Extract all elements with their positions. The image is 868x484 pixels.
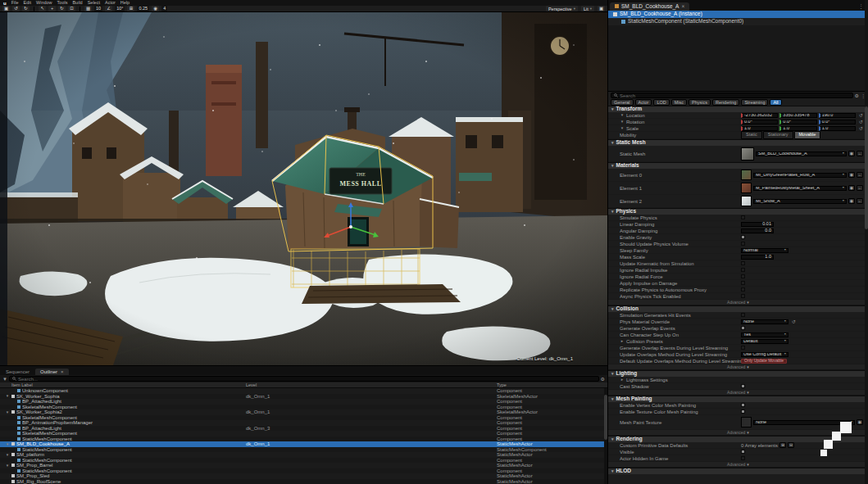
material-dropdown[interactable]: MI_DirtyGreenPlates_Rust_A▾ xyxy=(753,173,847,178)
grid-snap-icon[interactable]: ▦ xyxy=(84,6,92,11)
expander-icon[interactable]: ▾ xyxy=(5,464,10,468)
section-collision[interactable]: ▾Collision xyxy=(608,305,868,312)
details-search-input[interactable] xyxy=(611,93,853,98)
rotation-z-field[interactable]: 0.0° xyxy=(819,120,856,124)
checkbox[interactable] xyxy=(741,326,745,330)
checkbox[interactable] xyxy=(741,215,745,219)
material-thumbnail[interactable] xyxy=(741,183,752,193)
reset-icon[interactable]: ↺ xyxy=(859,126,863,131)
expander-icon[interactable]: ▾ xyxy=(5,410,10,414)
checkbox[interactable] xyxy=(741,287,745,292)
advanced-expander[interactable]: Advanced▾ xyxy=(608,364,868,370)
tab-sequencer[interactable]: Sequencer xyxy=(2,369,34,375)
location-y-field[interactable]: 3350.335478 xyxy=(779,113,816,118)
filter-funnel-icon[interactable]: ▼ xyxy=(2,377,7,382)
details-scrollbar[interactable] xyxy=(865,0,868,484)
checkbox[interactable] xyxy=(741,450,745,454)
move-tool-icon[interactable]: + xyxy=(48,6,56,11)
dropdown[interactable]: Yes▾ xyxy=(741,332,788,337)
advanced-expander[interactable]: Advanced▾ xyxy=(608,462,868,468)
location-x-field[interactable]: -2730.362032 xyxy=(741,113,778,118)
rotation-x-field[interactable]: 0.0° xyxy=(741,120,778,124)
use-selected-asset-icon[interactable]: ← xyxy=(857,172,863,178)
mobility-static[interactable]: Static xyxy=(741,131,762,139)
expander-icon[interactable]: ▾ xyxy=(5,453,10,457)
outliner-search-field[interactable] xyxy=(18,377,596,382)
checkbox[interactable] xyxy=(741,384,745,388)
rotation-snap-value[interactable]: 10° xyxy=(115,6,125,11)
checkbox[interactable] xyxy=(741,313,745,317)
dropdown[interactable]: Normal▾ xyxy=(741,248,788,253)
browse-to-asset-icon[interactable]: ◉ xyxy=(848,198,855,204)
filter-streaming[interactable]: Streaming xyxy=(741,99,768,106)
column-type[interactable]: Type xyxy=(497,382,607,387)
reset-icon[interactable]: ↺ xyxy=(859,113,863,118)
undo-button[interactable]: ↺ xyxy=(12,6,20,11)
texture-thumbnail[interactable] xyxy=(741,417,752,427)
advanced-expander[interactable]: Advanced▾ xyxy=(608,390,868,396)
close-icon[interactable]: × xyxy=(61,369,64,374)
use-selected-asset-icon[interactable]: ← xyxy=(857,151,863,156)
advanced-expander[interactable]: Advanced▾ xyxy=(608,300,868,305)
use-selected-asset-icon[interactable]: ← xyxy=(857,198,863,204)
section-lighting[interactable]: ▾Lighting xyxy=(608,370,868,377)
filter-physics[interactable]: Physics xyxy=(688,99,711,106)
checkbox[interactable] xyxy=(741,456,745,460)
scale-z-field[interactable]: 1.0 xyxy=(819,126,856,131)
maximize-viewport-icon[interactable]: ▣ xyxy=(598,6,605,11)
rotation-snap-icon[interactable]: ∠ xyxy=(105,6,112,11)
section-transform[interactable]: ▾Transform xyxy=(608,106,868,112)
close-icon[interactable]: × xyxy=(681,4,684,10)
outliner-row-selected[interactable]: ▾SM_BLD_Cookhouse_Adk_Omn_1StaticMeshAct… xyxy=(0,441,607,447)
outliner-settings-gear-icon[interactable]: ⚙ xyxy=(601,377,605,382)
view-mode-dropdown[interactable]: Lit▾ xyxy=(581,6,594,11)
reset-icon[interactable]: ↺ xyxy=(859,120,863,124)
viewport-3d[interactable]: THE MESS HALL xyxy=(0,12,607,365)
section-mesh-painting[interactable]: ▾Mesh Painting xyxy=(608,396,868,402)
location-z-field[interactable]: 190.0 xyxy=(819,113,856,118)
checkbox[interactable] xyxy=(741,346,745,350)
checkbox[interactable] xyxy=(741,242,745,246)
outliner-row[interactable]: ▾SK_Worker_Sophia2dk_Omn_1SkeletalMeshAc… xyxy=(0,409,607,415)
select-tool-icon[interactable]: ↖ xyxy=(39,6,46,11)
section-materials[interactable]: ▾Materials xyxy=(608,162,868,169)
menu-item-edit[interactable]: Edit xyxy=(24,1,31,6)
component-row-actor[interactable]: SM_BLD_Cookhouse_A (Instance) xyxy=(608,11,868,18)
mobility-stationary[interactable]: Stationary xyxy=(763,131,793,139)
checkbox[interactable] xyxy=(741,235,745,239)
number-field[interactable]: 0.0 xyxy=(741,228,774,233)
menu-item-actor[interactable]: Actor xyxy=(105,1,116,6)
column-level[interactable]: Level xyxy=(246,382,497,387)
outliner-search-input[interactable] xyxy=(9,376,599,382)
column-item-label[interactable]: Item Label xyxy=(0,382,246,387)
rotate-tool-icon[interactable]: ↻ xyxy=(58,6,66,11)
menu-item-help[interactable]: Help xyxy=(120,1,130,6)
checkbox[interactable] xyxy=(741,409,745,414)
number-field[interactable]: 1.0 xyxy=(741,255,774,260)
material-thumbnail[interactable] xyxy=(741,196,752,206)
outliner-row[interactable]: ▾SK_Worker_Sophiadk_Omn_1SkeletalMeshAct… xyxy=(0,394,607,400)
grid-snap-value[interactable]: 10 xyxy=(94,6,102,11)
camera-speed-value[interactable]: 4 xyxy=(161,6,167,11)
outliner-row[interactable]: BP_AttachedLightdk_Omn_3Component xyxy=(0,426,607,432)
save-button[interactable]: ▣ xyxy=(2,6,10,11)
scale-y-field[interactable]: 1.0 xyxy=(779,126,816,131)
browse-to-asset-icon[interactable]: ◉ xyxy=(857,419,863,425)
outliner-row[interactable]: SM_Rig_RoofSceneStaticMeshActor xyxy=(0,479,607,484)
filter-all[interactable]: All xyxy=(770,99,781,106)
static-mesh-thumbnail[interactable] xyxy=(741,147,754,161)
menu-item-select[interactable]: Select xyxy=(88,1,100,6)
material-dropdown[interactable]: MI_Snow_A▾ xyxy=(753,199,847,204)
section-static-mesh[interactable]: ▾Static Mesh xyxy=(608,139,868,146)
browse-to-asset-icon[interactable]: ◉ xyxy=(848,151,855,156)
camera-speed-icon[interactable]: ◉ xyxy=(152,6,159,11)
checkbox[interactable] xyxy=(741,281,745,285)
perspective-dropdown[interactable]: Perspective▾ xyxy=(546,6,578,11)
menu-item-build[interactable]: Build xyxy=(72,1,82,6)
menu-item-window[interactable]: Window xyxy=(36,1,52,6)
checkbox[interactable] xyxy=(741,274,745,278)
scale-snap-value[interactable]: 0.25 xyxy=(137,6,149,11)
number-field[interactable]: 0.01 xyxy=(741,222,774,227)
use-selected-asset-icon[interactable]: ← xyxy=(857,185,863,191)
dropdown[interactable]: Default▾ xyxy=(741,339,788,344)
